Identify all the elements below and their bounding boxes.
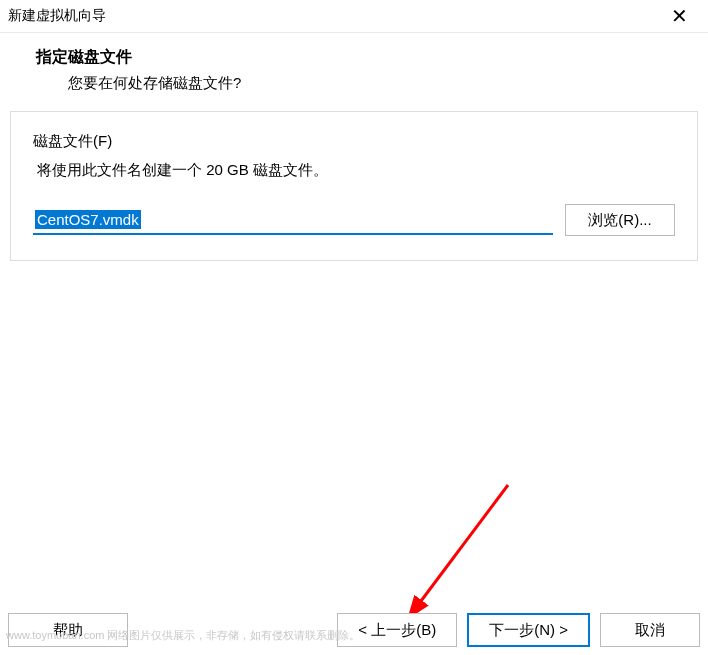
browse-button[interactable]: 浏览(R)...	[565, 204, 675, 236]
page-title: 指定磁盘文件	[36, 47, 688, 68]
content-panel: 磁盘文件(F) 将使用此文件名创建一个 20 GB 磁盘文件。 CentOS7.…	[10, 111, 698, 261]
arrow-annotation-icon	[398, 475, 518, 615]
disk-file-input[interactable]: CentOS7.vmdk	[33, 205, 553, 235]
back-button[interactable]: < 上一步(B)	[337, 613, 457, 647]
disk-file-label: 磁盘文件(F)	[33, 132, 675, 151]
wizard-footer: 帮助 < 上一步(B) 下一步(N) > 取消	[8, 613, 700, 647]
title-bar: 新建虚拟机向导 ✕	[0, 0, 708, 33]
disk-file-value: CentOS7.vmdk	[35, 210, 141, 229]
help-button[interactable]: 帮助	[8, 613, 128, 647]
close-icon[interactable]: ✕	[663, 6, 696, 26]
file-input-row: CentOS7.vmdk 浏览(R)...	[33, 204, 675, 236]
page-subtitle: 您要在何处存储磁盘文件?	[36, 74, 688, 93]
disk-file-description: 将使用此文件名创建一个 20 GB 磁盘文件。	[33, 161, 675, 180]
wizard-header: 指定磁盘文件 您要在何处存储磁盘文件?	[0, 33, 708, 111]
cancel-button[interactable]: 取消	[600, 613, 700, 647]
window-title: 新建虚拟机向导	[8, 7, 106, 25]
next-button[interactable]: 下一步(N) >	[467, 613, 590, 647]
svg-line-1	[418, 485, 508, 605]
